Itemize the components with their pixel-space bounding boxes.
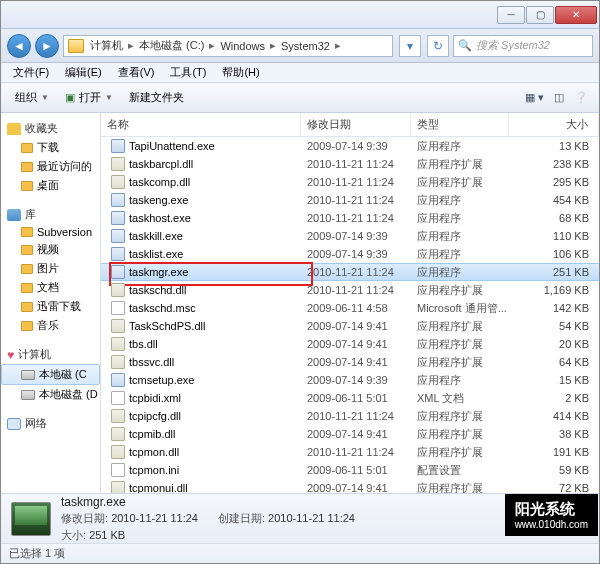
file-type: 应用程序 (411, 139, 509, 154)
file-icon (111, 481, 125, 493)
sidebar-item-desktop[interactable]: 桌面 (1, 176, 100, 195)
file-name: tasklist.exe (129, 248, 183, 260)
breadcrumb[interactable]: 计算机 ▸ 本地磁盘 (C:) ▸ Windows ▸ System32 ▸ (63, 35, 393, 57)
sidebar-item-subversion[interactable]: Subversion (1, 224, 100, 240)
crumb-system32[interactable]: System32 (279, 40, 332, 52)
search-placeholder: 搜索 System32 (476, 38, 550, 53)
file-row[interactable]: taskcomp.dll2010-11-21 11:24应用程序扩展295 KB (101, 173, 599, 191)
menu-file[interactable]: 文件(F) (5, 65, 57, 80)
refresh-button[interactable]: ↻ (427, 35, 449, 57)
folder-icon (21, 302, 33, 312)
preview-pane-button[interactable]: ◫ (549, 88, 569, 107)
library-icon (7, 209, 21, 221)
col-name[interactable]: 名称 (101, 113, 301, 136)
file-size: 13 KB (509, 140, 599, 152)
folder-icon (21, 227, 33, 237)
file-date: 2009-07-14 9:41 (301, 338, 411, 350)
libraries-header[interactable]: 库 (1, 205, 100, 224)
star-icon (7, 123, 21, 135)
chevron-right-icon: ▸ (206, 39, 218, 52)
file-row[interactable]: tcpipcfg.dll2010-11-21 11:24应用程序扩展414 KB (101, 407, 599, 425)
file-icon (111, 391, 125, 405)
file-type: 应用程序扩展 (411, 157, 509, 172)
network-header[interactable]: 网络 (1, 414, 100, 433)
file-size: 295 KB (509, 176, 599, 188)
file-icon (111, 337, 125, 351)
file-row[interactable]: TapiUnattend.exe2009-07-14 9:39应用程序13 KB (101, 137, 599, 155)
file-size: 251 KB (509, 266, 599, 278)
sidebar-item-xunlei[interactable]: 迅雷下载 (1, 297, 100, 316)
file-row[interactable]: taskmgr.exe2010-11-21 11:24应用程序251 KB (101, 263, 599, 281)
file-type: 应用程序 (411, 229, 509, 244)
menu-edit[interactable]: 编辑(E) (57, 65, 110, 80)
sidebar-item-recent[interactable]: 最近访问的 (1, 157, 100, 176)
file-size: 414 KB (509, 410, 599, 422)
file-list[interactable]: 名称 修改日期 类型 大小 TapiUnattend.exe2009-07-14… (101, 113, 599, 493)
file-type: 应用程序扩展 (411, 337, 509, 352)
chevron-right-icon: ▸ (125, 39, 137, 52)
file-name: taskbarcpl.dll (129, 158, 193, 170)
details-created-label: 创建日期: (218, 512, 265, 524)
open-button[interactable]: ▣打开▼ (57, 87, 121, 108)
col-type[interactable]: 类型 (411, 113, 509, 136)
file-type: 应用程序 (411, 211, 509, 226)
file-row[interactable]: tcpmon.ini2009-06-11 5:01配置设置59 KB (101, 461, 599, 479)
col-size[interactable]: 大小 (509, 113, 599, 136)
content-area: 收藏夹 下载 最近访问的 桌面 库 Subversion 视频 图片 文档 迅雷… (1, 113, 599, 493)
file-row[interactable]: taskschd.msc2009-06-11 4:58Microsoft 通用管… (101, 299, 599, 317)
col-date[interactable]: 修改日期 (301, 113, 411, 136)
menu-help[interactable]: 帮助(H) (214, 65, 267, 80)
file-row[interactable]: tcpmonui.dll2009-07-14 9:41应用程序扩展72 KB (101, 479, 599, 493)
file-icon (111, 175, 125, 189)
file-row[interactable]: tbssvc.dll2009-07-14 9:41应用程序扩展64 KB (101, 353, 599, 371)
forward-button[interactable]: ► (35, 34, 59, 58)
organize-button[interactable]: 组织▼ (7, 87, 57, 108)
crumb-drive-c[interactable]: 本地磁盘 (C:) (137, 38, 206, 53)
file-row[interactable]: taskbarcpl.dll2010-11-21 11:24应用程序扩展238 … (101, 155, 599, 173)
file-date: 2009-06-11 4:58 (301, 302, 411, 314)
computer-header[interactable]: ♥计算机 (1, 345, 100, 364)
sidebar-item-drive-d[interactable]: 本地磁盘 (D (1, 385, 100, 404)
view-button[interactable]: ▦ ▾ (520, 88, 549, 107)
new-folder-button[interactable]: 新建文件夹 (121, 87, 192, 108)
sidebar-item-pictures[interactable]: 图片 (1, 259, 100, 278)
favorites-header[interactable]: 收藏夹 (1, 119, 100, 138)
sidebar-item-downloads[interactable]: 下载 (1, 138, 100, 157)
back-button[interactable]: ◄ (7, 34, 31, 58)
sidebar-item-videos[interactable]: 视频 (1, 240, 100, 259)
file-row[interactable]: tasklist.exe2009-07-14 9:39应用程序106 KB (101, 245, 599, 263)
close-button[interactable]: ✕ (555, 6, 597, 24)
file-row[interactable]: taskhost.exe2010-11-21 11:24应用程序68 KB (101, 209, 599, 227)
file-name: taskschd.dll (129, 284, 186, 296)
file-date: 2010-11-21 11:24 (301, 266, 411, 278)
file-date: 2010-11-21 11:24 (301, 194, 411, 206)
menu-view[interactable]: 查看(V) (110, 65, 163, 80)
file-row[interactable]: tcpmon.dll2010-11-21 11:24应用程序扩展191 KB (101, 443, 599, 461)
file-row[interactable]: taskeng.exe2010-11-21 11:24应用程序454 KB (101, 191, 599, 209)
file-row[interactable]: tcmsetup.exe2009-07-14 9:39应用程序15 KB (101, 371, 599, 389)
file-row[interactable]: tcpbidi.xml2009-06-11 5:01XML 文档2 KB (101, 389, 599, 407)
file-date: 2009-07-14 9:39 (301, 374, 411, 386)
sidebar-item-documents[interactable]: 文档 (1, 278, 100, 297)
dropdown-button[interactable]: ▾ (399, 35, 421, 57)
folder-icon (21, 283, 33, 293)
file-row[interactable]: tbs.dll2009-07-14 9:41应用程序扩展20 KB (101, 335, 599, 353)
menu-tools[interactable]: 工具(T) (162, 65, 214, 80)
file-row[interactable]: taskkill.exe2009-07-14 9:39应用程序110 KB (101, 227, 599, 245)
file-date: 2009-07-14 9:39 (301, 230, 411, 242)
network-icon (7, 418, 21, 430)
file-row[interactable]: TaskSchdPS.dll2009-07-14 9:41应用程序扩展54 KB (101, 317, 599, 335)
sidebar-item-music[interactable]: 音乐 (1, 316, 100, 335)
maximize-button[interactable]: ▢ (526, 6, 554, 24)
file-size: 20 KB (509, 338, 599, 350)
file-row[interactable]: tcpmib.dll2009-07-14 9:41应用程序扩展38 KB (101, 425, 599, 443)
help-button[interactable]: ❔ (569, 88, 593, 107)
sidebar-item-drive-c[interactable]: 本地磁 (C (1, 364, 100, 385)
crumb-windows[interactable]: Windows (218, 40, 267, 52)
minimize-button[interactable]: ─ (497, 6, 525, 24)
file-name: tcpmonui.dll (129, 482, 188, 493)
crumb-computer[interactable]: 计算机 (88, 38, 125, 53)
folder-icon (21, 245, 33, 255)
search-input[interactable]: 🔍 搜索 System32 (453, 35, 593, 57)
file-row[interactable]: taskschd.dll2010-11-21 11:24应用程序扩展1,169 … (101, 281, 599, 299)
